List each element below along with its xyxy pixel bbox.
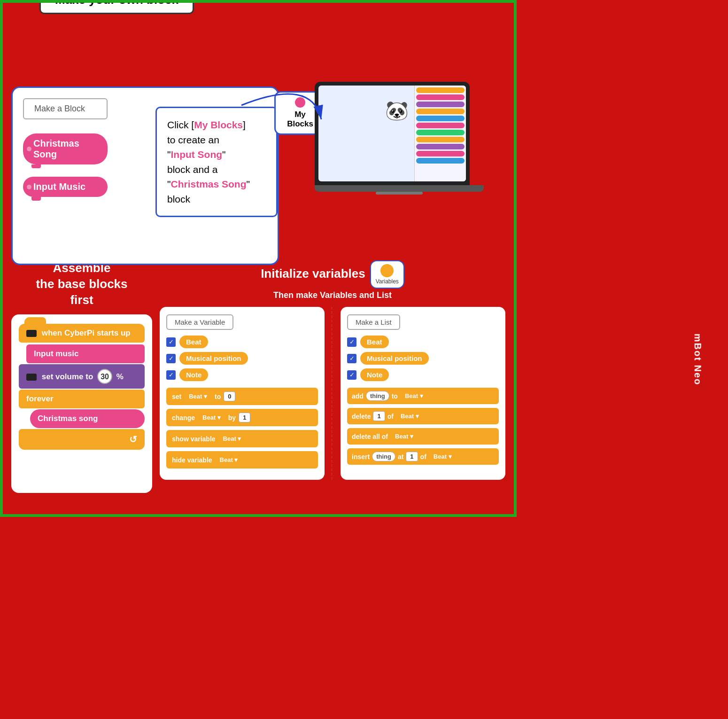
- blocks-panel: when CyberPi starts up Input music set v…: [11, 314, 152, 493]
- cyberpi-icon: [26, 330, 37, 337]
- note-var-block: Note: [179, 368, 208, 381]
- set-beat-var: Beat ▾: [184, 391, 212, 401]
- christmas-song-cmd: Christmas song: [30, 409, 145, 428]
- hat-block: when CyberPi starts up: [19, 324, 145, 343]
- insert-thing-cmd: insert thing at 1 of Beat ▾: [347, 448, 499, 465]
- note-checkbox[interactable]: ✓: [166, 370, 176, 380]
- panel-divider: [331, 307, 334, 480]
- mock-block-2: [416, 94, 465, 100]
- vars-panels: Make a Variable ✓ Beat ✓ Musical positio…: [160, 307, 505, 480]
- laptop-stand: [376, 192, 423, 195]
- input-song-ref: Input Song: [170, 149, 222, 160]
- insert-beat-var: Beat ▾: [429, 452, 457, 461]
- add-thing-pill: thing: [366, 391, 389, 401]
- input-music-block: Input Music: [23, 177, 108, 197]
- list-note-checkbox[interactable]: ✓: [347, 370, 356, 380]
- variables-label: Variables: [376, 278, 399, 285]
- bottom-left-section: Assemblethe base blocksfirst when CyberP…: [11, 260, 152, 493]
- instruction-box: Click [My Blocks] to create an"Input Son…: [155, 107, 278, 217]
- left-top-panel: Make a Block Christmas Song Input Music …: [11, 86, 279, 265]
- christmas-song-ref: Christmas Song: [170, 179, 246, 189]
- list-note-check-row: ✓ Note: [347, 368, 499, 381]
- list-note-var-block: Note: [360, 368, 389, 381]
- christmas-song-block: Christmas Song: [23, 133, 108, 164]
- change-beat-value: 1: [239, 413, 250, 422]
- list-musical-pos-checkbox[interactable]: ✓: [347, 354, 356, 363]
- my-blocks-dot: [295, 97, 305, 108]
- set-volume-cmd: set volume to 30 %: [19, 364, 145, 389]
- mock-block-9: [416, 144, 465, 149]
- musical-pos-check-row: ✓ Musical position: [166, 352, 318, 365]
- note-check-row: ✓ Note: [166, 368, 318, 381]
- make-list-button[interactable]: Make a List: [347, 314, 400, 330]
- list-beat-var-block: Beat: [360, 336, 389, 348]
- lists-panel: Make a List ✓ Beat ✓ Musical position ✓ …: [341, 307, 505, 480]
- mock-block-8: [416, 137, 465, 142]
- panda-icon: 🐼: [385, 100, 409, 122]
- main-title: Make your own block: [39, 0, 194, 14]
- instruction-click: Click [: [167, 119, 194, 130]
- mock-block-10: [416, 151, 465, 156]
- input-music-cmd: Input music: [26, 344, 145, 363]
- insert-index: 1: [406, 452, 418, 461]
- my-blocks-badge-label: My Blocks: [287, 110, 313, 128]
- cap-block: ↺: [19, 429, 145, 450]
- list-beat-checkbox[interactable]: ✓: [347, 337, 356, 347]
- init-vars-title: Initialize variables: [261, 266, 365, 281]
- set-beat-cmd: set Beat ▾ to 0: [166, 388, 318, 405]
- loop-arrow: ↺: [129, 434, 137, 445]
- beat-var-block: Beat: [179, 336, 208, 348]
- beat-checkbox[interactable]: ✓: [166, 337, 176, 347]
- mock-block-5: [416, 116, 465, 121]
- mock-block-3: [416, 102, 465, 107]
- change-beat-var: Beat ▾: [198, 413, 225, 422]
- hat-label: when CyberPi starts up: [42, 328, 131, 337]
- delete-index: 1: [373, 411, 385, 421]
- musical-pos-checkbox[interactable]: ✓: [166, 354, 176, 363]
- hide-var-name: Beat ▾: [215, 455, 243, 465]
- set-beat-value: 0: [224, 391, 235, 401]
- delete-all-beat-var: Beat ▾: [390, 431, 418, 441]
- laptop-container: My Blocks 🐼: [293, 54, 505, 195]
- add-beat-var: Beat ▾: [400, 391, 428, 401]
- scratch-ui-mock: [414, 86, 466, 181]
- laptop-base: [315, 185, 484, 192]
- mock-block-6: [416, 123, 465, 128]
- delete-beat-var: Beat ▾: [396, 411, 424, 421]
- list-beat-check-row: ✓ Beat: [347, 336, 499, 348]
- mock-block-7: [416, 130, 465, 135]
- my-blocks-link: My Blocks: [194, 119, 243, 130]
- mock-block-1: [416, 87, 465, 93]
- change-beat-cmd: change Beat ▾ by 1: [166, 409, 318, 426]
- assemble-title: Assemblethe base blocksfirst: [11, 260, 152, 308]
- percent-label: %: [116, 372, 124, 381]
- mock-block-4: [416, 109, 465, 114]
- volume-icon: [26, 374, 37, 381]
- musical-pos-var-block: Musical position: [179, 352, 248, 365]
- set-volume-label: set volume to: [42, 372, 95, 381]
- show-var-cmd: show variable Beat ▾: [166, 430, 318, 447]
- volume-value: 30: [97, 369, 112, 384]
- laptop: 🐼: [315, 82, 470, 185]
- insert-thing-pill: thing: [372, 452, 395, 461]
- bottom-section: Assemblethe base blocksfirst when CyberP…: [11, 260, 505, 493]
- variables-panel: Make a Variable ✓ Beat ✓ Musical positio…: [160, 307, 325, 480]
- show-var-name: Beat ▾: [218, 434, 246, 444]
- hide-var-cmd: hide variable Beat ▾: [166, 451, 318, 469]
- delete-of-beat-cmd: delete 1 of Beat ▾: [347, 408, 499, 424]
- bottom-middle-section: Initialize variables Variables Then make…: [160, 260, 505, 493]
- variables-dot: [380, 264, 394, 277]
- variables-badge: Variables: [370, 260, 404, 289]
- make-variable-button[interactable]: Make a Variable: [166, 314, 233, 330]
- then-make-subtitle: Then make Variables and List: [160, 290, 505, 300]
- forever-cmd: forever: [19, 390, 145, 408]
- list-musical-pos-check-row: ✓ Musical position: [347, 352, 499, 365]
- list-musical-pos-var-block: Musical position: [360, 352, 429, 365]
- add-to-beat-cmd: add thing to Beat ▾: [347, 388, 499, 404]
- mock-block-11: [416, 158, 465, 164]
- make-block-button[interactable]: Make a Block: [23, 98, 108, 119]
- beat-check-row: ✓ Beat: [166, 336, 318, 348]
- delete-all-beat-cmd: delete all of Beat ▾: [347, 428, 499, 445]
- laptop-screen: 🐼: [318, 86, 466, 181]
